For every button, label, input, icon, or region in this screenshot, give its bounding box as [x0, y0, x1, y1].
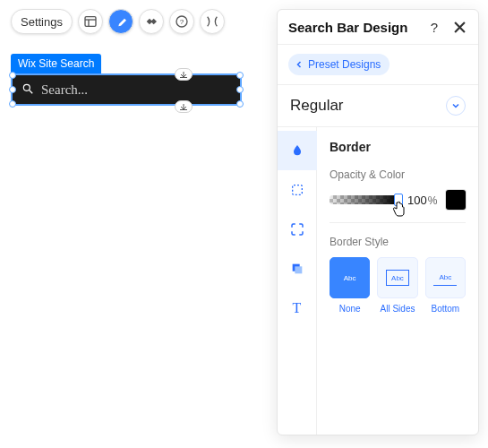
settings-label: Settings [21, 15, 63, 29]
selection-frame[interactable]: Search... [11, 73, 242, 106]
color-swatch[interactable] [446, 190, 466, 210]
svg-point-5 [23, 84, 30, 90]
panel-body: T Border Opacity & Color 100% Border Sty… [278, 127, 478, 435]
border-style-none[interactable]: Abc [330, 257, 370, 298]
border-style-bottom[interactable]: Abc [425, 257, 466, 298]
resize-handle-mr[interactable] [236, 86, 244, 93]
preset-designs-link[interactable]: Preset Designs [288, 54, 390, 75]
panel-breadcrumb: Preset Designs [278, 45, 478, 85]
tab-corners[interactable] [278, 210, 317, 249]
design-button[interactable] [108, 9, 133, 34]
shadow-icon [290, 262, 304, 276]
svg-rect-0 [85, 17, 96, 27]
panel-help-icon[interactable]: ? [426, 19, 442, 35]
resize-handle-tl[interactable] [9, 72, 16, 79]
preset-designs-label: Preset Designs [308, 58, 381, 71]
opacity-value: 100% [407, 192, 437, 208]
animation-button[interactable] [139, 9, 164, 34]
drop-icon [290, 143, 304, 158]
style-label-none: None [330, 304, 370, 314]
chevron-down-icon[interactable] [446, 96, 466, 116]
component-toolbar: Settings ? [11, 9, 225, 34]
panel-header: Search Bar Design ? [278, 10, 478, 45]
resize-handle-br[interactable] [236, 100, 244, 108]
detail-pane: Border Opacity & Color 100% Border Style… [317, 127, 478, 435]
design-tabs: T [278, 127, 317, 435]
svg-line-6 [30, 90, 33, 93]
style-preview-none: Abc [338, 270, 362, 286]
search-placeholder: Search... [41, 82, 88, 98]
chevron-left-icon [295, 61, 303, 68]
tab-border[interactable] [278, 170, 317, 210]
svg-rect-11 [295, 266, 302, 273]
divider [330, 222, 466, 223]
animation-icon [144, 14, 158, 29]
tab-shadow[interactable] [278, 249, 317, 289]
resize-handle-tr[interactable] [236, 72, 244, 79]
corners-icon [289, 221, 305, 237]
svg-text:?: ? [180, 18, 184, 26]
text-icon: T [293, 300, 302, 316]
state-selector[interactable]: Regular [278, 85, 478, 127]
tab-fill[interactable] [278, 131, 317, 170]
close-icon[interactable] [451, 19, 467, 35]
style-preview-bottom: Abc [433, 270, 457, 286]
svg-rect-9 [292, 185, 302, 195]
slider-thumb[interactable] [394, 194, 403, 206]
style-label-all: All Sides [377, 304, 417, 314]
opacity-label: Opacity & Color [330, 168, 466, 181]
layout-icon [83, 14, 98, 29]
question-icon: ? [175, 14, 189, 29]
panel-title: Search Bar Design [288, 20, 417, 35]
search-bar-preview: Search... [13, 75, 240, 104]
border-style-label: Border Style [330, 236, 466, 248]
brush-icon [114, 14, 128, 29]
section-title: Border [330, 140, 466, 154]
stretch-button[interactable] [200, 9, 225, 34]
opacity-row: 100% [330, 190, 466, 210]
opacity-slider[interactable] [330, 195, 398, 204]
layout-button[interactable] [78, 9, 103, 34]
help-button[interactable]: ? [169, 9, 194, 34]
resize-handle-bl[interactable] [9, 100, 16, 108]
anchor-bottom-icon[interactable] [175, 100, 193, 113]
state-label: Regular [290, 97, 344, 115]
border-style-labels: None All Sides Bottom [330, 304, 466, 314]
style-preview-all: Abc [386, 270, 409, 286]
design-panel: Search Bar Design ? Preset Designs Regul… [277, 9, 479, 435]
border-style-all-sides[interactable]: Abc [377, 257, 417, 298]
dashed-square-icon [290, 183, 304, 197]
border-style-options: Abc Abc Abc [330, 257, 466, 298]
tab-text[interactable]: T [278, 289, 317, 328]
selected-component: Wix Site Search Search... [11, 54, 242, 106]
style-label-bottom: Bottom [425, 304, 466, 314]
anchor-top-icon[interactable] [175, 68, 193, 81]
settings-button[interactable]: Settings [11, 9, 73, 34]
component-type-tag: Wix Site Search [11, 54, 101, 73]
search-icon [21, 82, 34, 98]
resize-handle-ml[interactable] [9, 86, 16, 93]
stretch-icon [205, 14, 219, 29]
